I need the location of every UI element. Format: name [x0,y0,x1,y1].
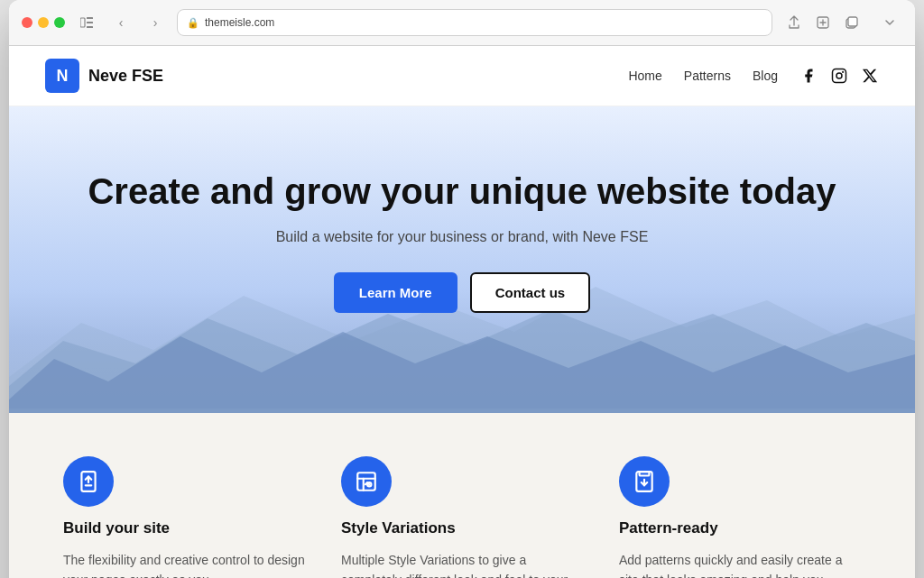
svg-rect-2 [87,22,93,23]
feature-build-desc: The flexibility and creative control to … [63,550,305,578]
svg-rect-0 [80,18,85,27]
traffic-lights [22,17,65,28]
expand-button[interactable] [877,10,902,35]
svg-point-11 [843,72,844,73]
feature-style: Style Variations Multiple Style Variatio… [341,456,583,578]
logo-text: Neve FSE [88,67,163,86]
share-button[interactable] [781,10,807,35]
svg-rect-8 [848,17,857,26]
new-tab-button[interactable] [810,10,836,35]
learn-more-button[interactable]: Learn More [334,272,457,313]
contact-us-button[interactable]: Contact us [470,272,591,313]
window-controls [74,10,99,35]
hero-section: Create and grow your unique website toda… [9,106,915,413]
twitter-icon[interactable] [861,67,879,85]
site-nav: Home Patterns Blog [628,67,879,85]
nav-patterns[interactable]: Patterns [684,69,731,83]
address-bar[interactable]: 🔒 themeisle.com [177,9,772,36]
tabs-button[interactable] [839,10,864,35]
hero-title: Create and grow your unique website toda… [45,170,879,213]
feature-build-icon [63,456,114,507]
feature-build: Build your site The flexibility and crea… [63,456,305,578]
forward-button[interactable]: › [143,10,168,35]
feature-pattern-icon [619,456,670,507]
hero-subtitle: Build a website for your business or bra… [45,229,879,245]
minimize-button[interactable] [38,17,49,28]
feature-pattern-title: Pattern-ready [619,519,861,537]
browser-actions [781,10,864,35]
features-section: Build your site The flexibility and crea… [9,413,915,578]
svg-rect-18 [640,472,650,475]
feature-build-title: Build your site [63,519,305,537]
maximize-button[interactable] [54,17,65,28]
url-text: themeisle.com [205,16,274,29]
lock-icon: 🔒 [187,17,199,29]
svg-rect-15 [357,472,375,491]
social-icons [799,67,879,85]
svg-rect-1 [87,17,93,19]
feature-pattern-desc: Add patterns quickly and easily create a… [619,550,861,578]
site-logo: N Neve FSE [45,59,163,93]
svg-rect-3 [87,26,93,28]
logo-icon: N [45,59,79,93]
facebook-icon[interactable] [799,67,818,85]
feature-pattern: Pattern-ready Add patterns quickly and e… [619,456,861,578]
hero-buttons: Learn More Contact us [45,272,879,313]
svg-rect-9 [833,69,846,83]
feature-style-desc: Multiple Style Variations to give a comp… [341,550,583,578]
website-content: N Neve FSE Home Patterns Blog [9,46,915,578]
instagram-icon[interactable] [830,67,848,85]
feature-style-icon [341,456,392,507]
sidebar-toggle-button[interactable] [74,10,99,35]
nav-blog[interactable]: Blog [753,69,778,83]
nav-home[interactable]: Home [628,69,661,83]
close-button[interactable] [22,17,32,28]
site-header: N Neve FSE Home Patterns Blog [9,46,915,106]
svg-point-10 [836,73,842,78]
back-button[interactable]: ‹ [108,10,134,35]
feature-style-title: Style Variations [341,519,583,537]
